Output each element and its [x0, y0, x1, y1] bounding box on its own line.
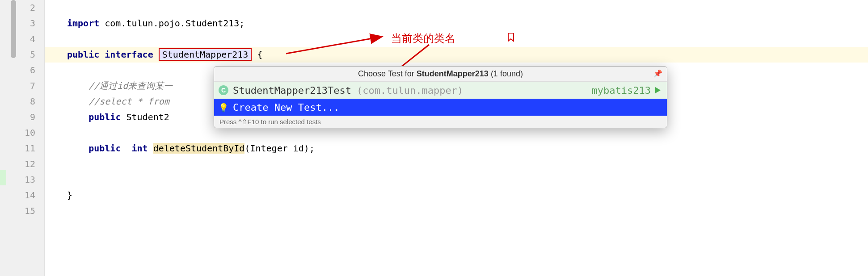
line-number: 6 [0, 63, 44, 78]
popup-item-existing-test[interactable]: C StudentMapper213Test (com.tulun.mapper… [214, 82, 667, 99]
line-number: 7 [0, 78, 44, 94]
popup-item-create-new-test[interactable]: 💡 Create New Test... [214, 99, 667, 116]
keyword-int: int [132, 143, 148, 154]
keyword-public: public [67, 49, 99, 60]
line-number: 13 [0, 172, 44, 188]
code-line [45, 31, 868, 47]
code-editor[interactable]: import com.tulun.pojo.Student213; public… [45, 0, 868, 276]
comment: //select * from [88, 96, 169, 107]
pin-icon[interactable]: 📌 [653, 69, 662, 78]
line-number: 10 [0, 125, 44, 141]
line-number: 12 [0, 156, 44, 172]
class-name-highlight: StudentMapper213 [159, 48, 252, 61]
class-icon: C [219, 85, 228, 95]
line-number: 2 [0, 0, 44, 16]
code-line [45, 0, 868, 16]
popup-footer-hint: Press ^⇧F10 to run selected tests [214, 116, 667, 128]
popup-title: Choose Test for StudentMapper213 (1 foun… [214, 67, 667, 82]
gutter: 2 3 4 5 6 7 8 9 10 11 12 13 14 15 [0, 0, 45, 276]
comment: //通过id来查询某一 [88, 80, 173, 91]
run-icon [653, 86, 662, 95]
line-number: 15 [0, 203, 44, 219]
keyword-import: import [67, 18, 99, 29]
method-name: deleteStudentById [153, 143, 245, 154]
code-line: public int deleteStudentById(Integer id)… [45, 141, 868, 156]
keyword-interface: interface [105, 49, 153, 60]
scroll-thumb[interactable] [11, 0, 16, 58]
annotation-label: 当前类的类名 [391, 31, 455, 46]
bookmark-icon [507, 33, 514, 44]
line-number: 3 [0, 16, 44, 31]
line-number: 14 [0, 188, 44, 203]
svg-marker-4 [655, 87, 661, 93]
line-number: 11 [0, 141, 44, 156]
code-line [45, 203, 868, 219]
code-line: import com.tulun.pojo.Student213; [45, 16, 868, 31]
line-number: 4 [0, 31, 44, 47]
line-number: 9 [0, 109, 44, 125]
code-line [45, 156, 868, 172]
line-number: 5 [0, 47, 44, 63]
lightbulb-icon: 💡 [219, 102, 228, 112]
keyword-public: public [88, 112, 121, 122]
line-number: 8 [0, 94, 44, 109]
code-line [45, 172, 868, 188]
choose-test-popup: Choose Test for StudentMapper213 (1 foun… [214, 66, 667, 128]
keyword-public: public [88, 143, 121, 154]
code-line-current: public interface StudentMapper213 { [45, 47, 868, 63]
gutter-marker [0, 170, 6, 185]
code-line: } [45, 188, 868, 203]
